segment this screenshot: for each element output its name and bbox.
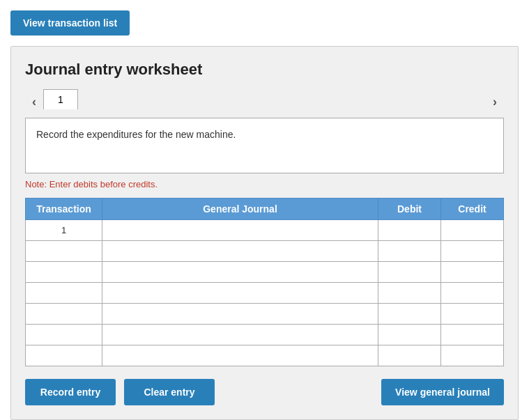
- credit-cell[interactable]: [441, 262, 504, 283]
- general-journal-cell[interactable]: [102, 262, 378, 283]
- transaction-cell: [26, 241, 102, 262]
- col-header-credit: Credit: [441, 199, 504, 220]
- credit-cell[interactable]: [441, 241, 504, 262]
- credit-input[interactable]: [441, 345, 503, 366]
- general-journal-input[interactable]: [102, 220, 378, 240]
- table-row: [26, 325, 504, 345]
- debit-input[interactable]: [378, 345, 440, 366]
- credit-cell[interactable]: [441, 345, 504, 366]
- credit-input[interactable]: [441, 325, 503, 345]
- clear-entry-button[interactable]: Clear entry: [124, 379, 215, 405]
- tab-1[interactable]: 1: [43, 89, 78, 109]
- worksheet-container: Journal entry worksheet ‹ 1 › Record the…: [10, 46, 519, 420]
- credit-input[interactable]: [441, 241, 503, 261]
- transaction-cell: 1: [26, 220, 102, 241]
- col-header-general: General Journal: [102, 199, 378, 220]
- view-general-journal-button[interactable]: View general journal: [381, 379, 504, 405]
- debit-input[interactable]: [378, 220, 440, 240]
- top-bar: View transaction list: [10, 10, 519, 36]
- debit-input[interactable]: [378, 283, 440, 303]
- general-journal-cell[interactable]: [102, 345, 378, 366]
- record-entry-button[interactable]: Record entry: [25, 379, 116, 405]
- prev-arrow-icon: ‹: [32, 95, 36, 109]
- debit-cell[interactable]: [378, 283, 441, 304]
- table-row: [26, 283, 504, 304]
- note-text: Note: Enter debits before credits.: [25, 179, 504, 189]
- view-transaction-button[interactable]: View transaction list: [10, 10, 130, 36]
- table-header-row: Transaction General Journal Debit Credit: [26, 199, 504, 220]
- debit-input[interactable]: [378, 241, 440, 261]
- debit-cell[interactable]: [378, 345, 441, 366]
- table-row: [26, 345, 504, 366]
- general-journal-cell[interactable]: [102, 325, 378, 345]
- general-journal-cell[interactable]: [102, 241, 378, 262]
- credit-input[interactable]: [441, 283, 503, 303]
- tab-navigation: ‹ 1 ›: [25, 89, 504, 109]
- debit-cell[interactable]: [378, 241, 441, 262]
- table-row: 1: [26, 220, 504, 241]
- debit-cell[interactable]: [378, 220, 441, 241]
- credit-input[interactable]: [441, 220, 503, 240]
- credit-cell[interactable]: [441, 304, 504, 325]
- general-journal-cell[interactable]: [102, 220, 378, 241]
- credit-cell[interactable]: [441, 325, 504, 345]
- description-box: Record the expenditures for the new mach…: [25, 118, 504, 173]
- next-tab-button[interactable]: ›: [486, 93, 504, 109]
- table-row: [26, 262, 504, 283]
- prev-tab-button[interactable]: ‹: [25, 93, 43, 109]
- debit-input[interactable]: [378, 304, 440, 324]
- general-journal-input[interactable]: [102, 262, 378, 282]
- worksheet-title: Journal entry worksheet: [25, 61, 504, 79]
- general-journal-cell[interactable]: [102, 304, 378, 325]
- transaction-cell: [26, 283, 102, 304]
- credit-cell[interactable]: [441, 220, 504, 241]
- general-journal-input[interactable]: [102, 304, 378, 324]
- transaction-cell: [26, 325, 102, 345]
- credit-cell[interactable]: [441, 283, 504, 304]
- table-row: [26, 241, 504, 262]
- general-journal-input[interactable]: [102, 241, 378, 261]
- general-journal-input[interactable]: [102, 345, 378, 366]
- general-journal-cell[interactable]: [102, 283, 378, 304]
- next-arrow-icon: ›: [493, 95, 497, 109]
- transaction-cell: [26, 304, 102, 325]
- general-journal-input[interactable]: [102, 325, 378, 345]
- debit-cell[interactable]: [378, 262, 441, 283]
- general-journal-input[interactable]: [102, 283, 378, 303]
- credit-input[interactable]: [441, 304, 503, 324]
- col-header-transaction: Transaction: [26, 199, 102, 220]
- journal-table: Transaction General Journal Debit Credit…: [25, 198, 504, 366]
- debit-cell[interactable]: [378, 325, 441, 345]
- debit-cell[interactable]: [378, 304, 441, 325]
- credit-input[interactable]: [441, 262, 503, 282]
- table-row: [26, 304, 504, 325]
- bottom-buttons: Record entry Clear entry View general jo…: [25, 379, 504, 405]
- col-header-debit: Debit: [378, 199, 441, 220]
- transaction-cell: [26, 262, 102, 283]
- debit-input[interactable]: [378, 262, 440, 282]
- debit-input[interactable]: [378, 325, 440, 345]
- transaction-cell: [26, 345, 102, 366]
